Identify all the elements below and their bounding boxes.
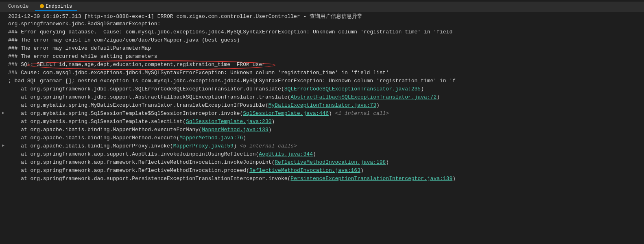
line-link-15[interactable]: MapperMethod.java:139 xyxy=(202,127,269,133)
log-line-7: ### SQL: SELECT id,name,age,dept,educati… xyxy=(0,61,644,69)
line-text-18: at org.springframework.aop.support.AopUt… xyxy=(7,151,644,157)
log-line-18: at org.springframework.aop.support.AopUt… xyxy=(0,151,644,159)
line-link-21[interactable]: PersistenceExceptionTranslationIntercept… xyxy=(290,176,452,182)
line-prefix-11: at org.springframework.jdbc.support.Abst… xyxy=(8,94,290,100)
log-line-15: at org.apache.ibatis.binding.MapperMetho… xyxy=(0,126,644,134)
line-link-11[interactable]: AbstractFallbackSQLExceptionTranslator.j… xyxy=(290,94,437,100)
close-paren: ) xyxy=(329,110,332,117)
log-line-3: ### Error querying database. Cause: com.… xyxy=(0,29,644,37)
log-line-11: at org.springframework.jdbc.support.Abst… xyxy=(0,94,644,102)
internal-calls-13: <1 internal call> xyxy=(332,110,389,117)
line-suffix-20: ) xyxy=(360,167,364,174)
line-suffix-14: ) xyxy=(272,119,275,125)
console-container: Console Endpoints 2021-12-30 16:10:57.31… xyxy=(0,0,644,244)
line-text-7: ### SQL: SELECT id,name,age,dept,educati… xyxy=(7,62,644,68)
line-prefix-20: at org.springframework.aop.framework.Ref… xyxy=(8,167,249,174)
line-text-11: at org.springframework.jdbc.support.Abst… xyxy=(7,94,644,100)
line-prefix-15: at org.apache.ibatis.binding.MapperMetho… xyxy=(8,127,202,133)
line-link-14[interactable]: SqlSessionTemplate.java:230 xyxy=(186,119,272,125)
line-text-10: at org.springframework.jdbc.support.SQLE… xyxy=(7,86,644,92)
line-link-10[interactable]: SQLErrorCodeSQLExceptionTranslator.java:… xyxy=(284,86,421,92)
line-text-13: at org.mybatis.spring.SqlSessionTemplate… xyxy=(7,110,644,117)
line-text-3: ### Error querying database. Cause: com.… xyxy=(7,29,644,35)
line-text-1: 2021-12-30 16:10:57.313 [http-nio-8888-e… xyxy=(7,13,644,20)
log-line-12: at org.mybatis.spring.MyBatisExceptionTr… xyxy=(0,102,644,110)
line-text-14: at org.mybatis.spring.SqlSessionTemplate… xyxy=(7,119,644,125)
line-suffix-12: ) xyxy=(376,102,380,108)
line-text-12: at org.mybatis.spring.MyBatisExceptionTr… xyxy=(7,102,644,108)
log-line-16: at org.apache.ibatis.binding.MapperMetho… xyxy=(0,134,644,143)
line-suffix-18: ) xyxy=(313,151,316,157)
tab-bar: Console Endpoints xyxy=(0,2,644,12)
line-suffix-16: ) xyxy=(243,135,246,141)
console-output: 2021-12-30 16:10:57.313 [http-nio-8888-e… xyxy=(0,12,644,183)
line-prefix-19: at org.springframework.aop.framework.Ref… xyxy=(8,159,275,165)
line-text-15: at org.apache.ibatis.binding.MapperMetho… xyxy=(7,127,644,133)
line-text-9: ; bad SQL grammar []; nested exception i… xyxy=(7,78,644,84)
line-text-19: at org.springframework.aop.framework.Ref… xyxy=(7,159,644,165)
log-line-17: ▶ at org.apache.ibatis.binding.MapperPro… xyxy=(0,143,644,151)
line-link-18[interactable]: AopUtils.java:344 xyxy=(259,151,313,157)
log-line-21: at org.springframework.dao.support.Persi… xyxy=(0,175,644,183)
internal-calls-17: <5 internal calls> xyxy=(237,143,297,149)
line-text-8: ### Cause: com.mysql.jdbc.exceptions.jdb… xyxy=(7,70,644,76)
line-prefix-10: at org.springframework.jdbc.support.SQLE… xyxy=(8,86,284,92)
log-line-10: at org.springframework.jdbc.support.SQLE… xyxy=(0,86,644,94)
tab-console[interactable]: Console xyxy=(3,3,33,11)
log-line-19: at org.springframework.aop.framework.Ref… xyxy=(0,159,644,167)
log-line-9: ; bad SQL grammar []; nested exception i… xyxy=(0,77,644,86)
line-suffix-21: ) xyxy=(452,176,456,182)
line-link-17[interactable]: MapperProxy.java:59 xyxy=(173,143,234,149)
log-line-14: at org.mybatis.spring.SqlSessionTemplate… xyxy=(0,118,644,126)
line-prefix-13: at org.mybatis.spring.SqlSessionTemplate… xyxy=(8,110,243,117)
line-link-12[interactable]: MyBatisExceptionTranslator.java:73 xyxy=(269,102,376,108)
line-link-13[interactable]: SqlSessionTemplate.java:446 xyxy=(243,110,329,117)
line-link-16[interactable]: MapperMethod.java:76 xyxy=(179,135,243,141)
line-prefix-17: at org.apache.ibatis.binding.MapperProxy… xyxy=(8,143,173,149)
line-suffix-11: ) xyxy=(437,94,440,100)
line-suffix-10: ) xyxy=(421,86,424,92)
log-line-8: ### Cause: com.mysql.jdbc.exceptions.jdb… xyxy=(0,69,644,77)
line-suffix-15: ) xyxy=(269,127,272,133)
log-line-13: ▶ at org.mybatis.spring.SqlSessionTempla… xyxy=(0,110,644,118)
line-text-21: at org.springframework.dao.support.Persi… xyxy=(7,176,644,182)
line-prefix-21: at org.springframework.dao.support.Persi… xyxy=(8,176,290,182)
line-text-6: ### The error occurred while setting par… xyxy=(7,53,644,59)
line-prefix-14: at org.mybatis.spring.SqlSessionTemplate… xyxy=(8,119,186,125)
log-line-4: ### The error may exist in com/zigao/com… xyxy=(0,37,644,45)
log-line-6: ### The error occurred while setting par… xyxy=(0,53,644,61)
expand-icon-17[interactable]: ▶ xyxy=(0,143,7,148)
tab-endpoints[interactable]: Endpoints xyxy=(35,3,77,11)
line-text-4: ### The error may exist in com/zigao/com… xyxy=(7,37,644,43)
line-text-2: org.springframework.jdbc.BadSqlGrammarEx… xyxy=(7,21,644,27)
line-text-20: at org.springframework.aop.framework.Ref… xyxy=(7,167,644,174)
line-prefix-18: at org.springframework.aop.support.AopUt… xyxy=(8,151,259,157)
line-text-5: ### The error may involve defaultParamet… xyxy=(7,45,644,51)
line-text-17: at org.apache.ibatis.binding.MapperProxy… xyxy=(7,143,644,149)
line-suffix-19: ) xyxy=(386,159,389,165)
line-prefix-16: at org.apache.ibatis.binding.MapperMetho… xyxy=(8,135,179,141)
line-prefix-12: at org.mybatis.spring.MyBatisExceptionTr… xyxy=(8,102,269,108)
expand-icon-13[interactable]: ▶ xyxy=(0,110,7,115)
log-line-5: ### The error may involve defaultParamet… xyxy=(0,45,644,53)
line-link-19[interactable]: ReflectiveMethodInvocation.java:198 xyxy=(275,159,386,165)
close-paren: ) xyxy=(234,143,237,149)
endpoints-icon xyxy=(40,4,44,8)
line-text-16: at org.apache.ibatis.binding.MapperMetho… xyxy=(7,135,644,141)
line-link-20[interactable]: ReflectiveMethodInvocation.java:163 xyxy=(249,167,360,174)
log-line-20: at org.springframework.aop.framework.Ref… xyxy=(0,167,644,175)
log-line-2: org.springframework.jdbc.BadSqlGrammarEx… xyxy=(0,20,644,29)
log-line-1: 2021-12-30 16:10:57.313 [http-nio-8888-e… xyxy=(0,12,644,20)
